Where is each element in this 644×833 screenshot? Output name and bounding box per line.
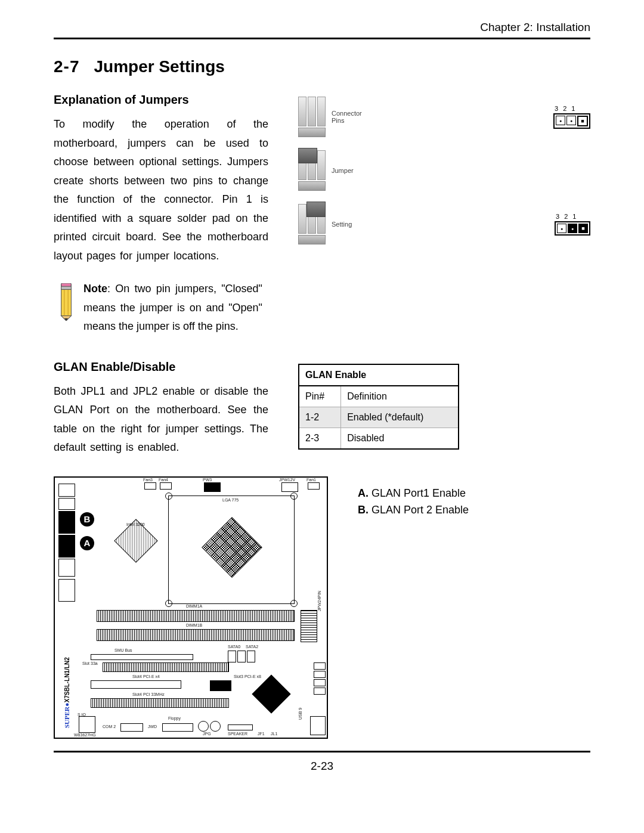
sio-label: S IO xyxy=(78,713,86,717)
callout-a-text: GLAN Port1 Enable xyxy=(369,487,466,499)
callout-b: B. GLAN Port 2 Enable xyxy=(358,501,590,519)
pinbox-open: ■ xyxy=(553,113,590,129)
section-number: 2-7 xyxy=(54,57,79,76)
connector-pins-label: Connector Pins xyxy=(332,110,362,124)
jpw12v-label: JPW12V xyxy=(279,478,295,482)
fan1-label: Fan1 xyxy=(306,478,316,482)
footer-rule xyxy=(54,751,590,753)
fan3-label: Fan3 xyxy=(143,478,153,482)
slot-pci-label: Slot4 PCI 33MHz xyxy=(132,692,165,696)
explanation-body: To modify the operation of the motherboa… xyxy=(54,115,268,265)
note-text: Note: On two pin jumpers, "Closed" means… xyxy=(83,280,262,336)
pin-num-3b: 3 xyxy=(556,213,559,220)
setting-label: Setting xyxy=(332,221,352,228)
section-title: 2-7Jumper Settings xyxy=(54,57,590,76)
svg-rect-6 xyxy=(61,283,72,286)
usb9-label: USB 9 xyxy=(298,707,302,719)
pencil-icon xyxy=(54,283,79,323)
pin-num-2: 2 xyxy=(563,105,566,112)
marker-a: A xyxy=(80,536,94,550)
w83627-label: W83627HG xyxy=(74,733,96,737)
slot33a-label: Slot 33a xyxy=(82,661,98,665)
glan-r1-def: Enabled (*default) xyxy=(341,407,459,428)
jwd-label: JWD xyxy=(148,724,157,729)
callout-a-label: A. xyxy=(358,487,369,499)
jpg-label: JPG xyxy=(203,732,211,736)
page-number: 2-23 xyxy=(54,760,590,773)
glan-col-def: Definition xyxy=(341,386,459,407)
pw3-label: PW3 xyxy=(203,478,212,482)
callout-b-label: B. xyxy=(358,504,369,516)
glan-enable-table: GLAN Enable Pin# Definition 1-2 Enabled … xyxy=(298,364,459,450)
dimm1a-label: DIMM1A xyxy=(186,604,202,608)
section-name: Jumper Settings xyxy=(94,57,224,76)
pin-num-2b: 2 xyxy=(564,213,568,220)
chapter-header: Chapter 2: Installation xyxy=(54,21,590,34)
smbus-label: SMU Bus xyxy=(114,648,132,652)
glan-r2-pin: 2-3 xyxy=(299,428,341,449)
explanation-heading: Explanation of Jumpers xyxy=(54,93,268,107)
jl1-label: JL1 xyxy=(271,732,277,736)
jumper-label: Jumper xyxy=(332,167,354,174)
brand-model: X7SBL-LN1/LN2 xyxy=(64,657,70,702)
pin-num-3: 3 xyxy=(555,105,558,112)
note-label: Note xyxy=(83,283,107,295)
dimm1b-label: DIMM1B xyxy=(186,623,202,627)
header-rule xyxy=(54,38,590,39)
floppy-label: Floppy xyxy=(168,716,181,720)
note-body: : On two pin jumpers, "Closed" means the… xyxy=(83,283,262,332)
pin-num-1: 1 xyxy=(571,105,575,112)
marker-b: B xyxy=(80,512,94,527)
callout-a: A. GLAN Port1 Enable xyxy=(358,485,590,502)
glan-col-pin: Pin# xyxy=(299,386,341,407)
sata2-label: SATA2 xyxy=(246,645,258,649)
jpw24-label: JPW24PIN xyxy=(317,590,321,611)
pinbox-setting: ■ xyxy=(555,221,590,236)
glan-r2-def: Disabled xyxy=(341,428,459,449)
fan4-label: Fan4 xyxy=(159,478,168,482)
lga-label: LGA 775 xyxy=(222,498,239,502)
glan-heading: GLAN Enable/Disable xyxy=(54,360,268,374)
slot-pcie8-label: Slot3 PCI-E x8 xyxy=(234,674,261,679)
glan-body: Both JPL1 and JPL2 enable or disable the… xyxy=(54,382,268,457)
sata0-label: SATA0 xyxy=(228,645,240,649)
glan-r1-pin: 1-2 xyxy=(299,407,341,428)
glan-table-title: GLAN Enable xyxy=(299,364,459,386)
callout-b-text: GLAN Port 2 Enable xyxy=(369,504,469,516)
motherboard-diagram: B A LGA 775 xyxy=(54,476,328,739)
intel-3200-label: Intel 3200 xyxy=(126,522,145,527)
com2-label: COM 2 xyxy=(103,724,116,729)
slot-pcie4-label: Slot4 PCI-E x4 xyxy=(132,674,160,679)
speaker-label: SPEAKER xyxy=(228,732,247,736)
svg-rect-2 xyxy=(61,288,72,315)
brand-super: SUPER● xyxy=(63,702,70,728)
jf1-label: JF1 xyxy=(258,732,265,736)
pin-num-1b: 1 xyxy=(572,213,576,220)
jumper-diagram: Connector Pins 3 2 1 ■ xyxy=(298,97,590,244)
